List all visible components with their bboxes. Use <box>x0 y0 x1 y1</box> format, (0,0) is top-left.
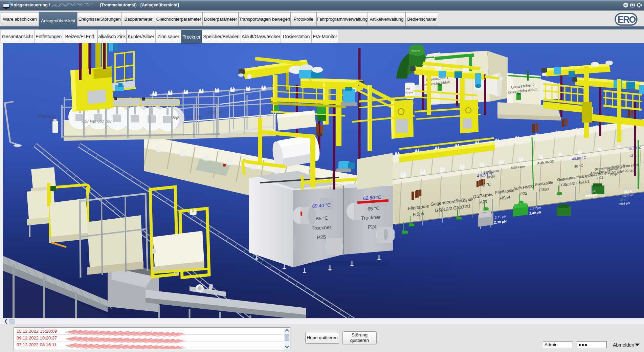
svg-text:P23: P23 <box>479 199 487 205</box>
svg-text:18 V: 18 V <box>619 198 626 202</box>
svg-text:Sp2 Sp3 Sp4 Sp5: Sp2 Sp3 Sp4 Sp5 <box>82 119 112 123</box>
svg-text:P24: P24 <box>368 223 377 230</box>
svg-text:65 °C: 65 °C <box>316 215 328 221</box>
svg-text:B10: B10 <box>628 169 635 173</box>
svg-text:P25: P25 <box>317 234 326 240</box>
svg-text:90,00 %: 90,00 % <box>412 49 420 52</box>
svg-text:H2SO4: H2SO4 <box>405 91 413 94</box>
svg-text:Sp8: Sp8 <box>173 116 179 120</box>
svg-text:252: 252 <box>406 88 410 90</box>
svg-text:P21: P21 <box>597 175 603 180</box>
svg-text:ERO: ERO <box>618 15 636 25</box>
svg-text:65 °C: 65 °C <box>368 205 380 212</box>
svg-text:Speicher: Speicher <box>205 109 223 115</box>
